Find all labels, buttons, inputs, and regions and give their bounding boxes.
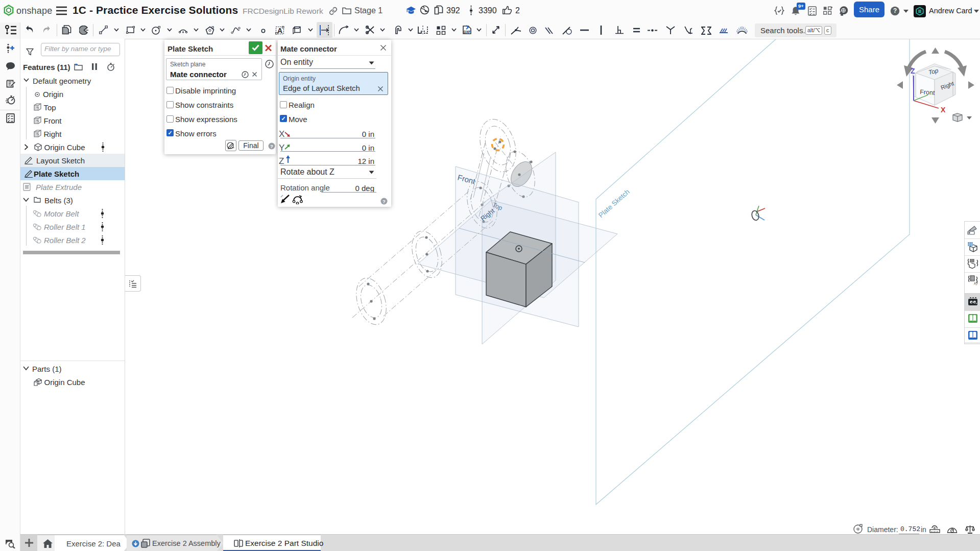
svg-text:A: A bbox=[277, 27, 282, 35]
svg-text:?: ? bbox=[383, 199, 386, 204]
svg-text:Plate Sketch: Plate Sketch bbox=[597, 188, 631, 220]
svg-text:Z: Z bbox=[911, 67, 915, 75]
svg-text:?: ? bbox=[270, 143, 273, 149]
svg-text:DXF: DXF bbox=[464, 30, 470, 34]
svg-text:X: X bbox=[941, 106, 946, 114]
svg-text:?: ? bbox=[893, 7, 897, 14]
